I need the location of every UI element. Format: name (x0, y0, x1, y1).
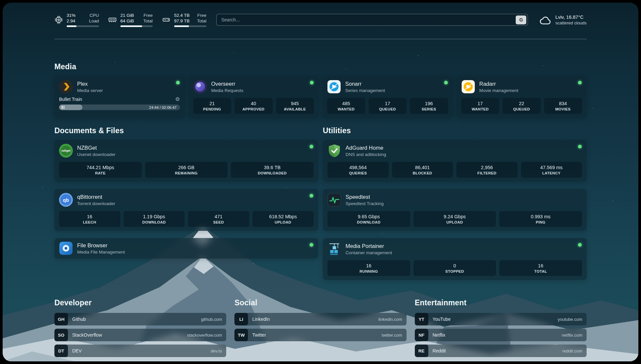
section-title-developer: Developer (54, 298, 226, 307)
service-card-plex[interactable]: Plex Media server Bullet Train ⚙ 24:44 /… (54, 76, 185, 118)
status-dot (310, 243, 313, 247)
status-dot (578, 81, 582, 84)
service-card-filebrowser[interactable]: File Browser Media File Management (54, 238, 318, 258)
service-card-adguard[interactable]: AdGuard Home DNS and adblocking 498,564Q… (323, 140, 587, 182)
bookmark-url: linkedin.com (378, 317, 402, 322)
cpu-usage-label: CPU (89, 13, 99, 18)
service-description: Torrent downloader (77, 201, 115, 206)
service-name: Media Portainer (346, 243, 392, 249)
stat-seed: 471SEED (188, 211, 249, 227)
playback-progress-bar[interactable]: 24:44 / 02:06:47 (59, 105, 180, 110)
cpu-stat-widget: 31%CPU 2.94Load (54, 13, 99, 27)
bookmark-linkedin[interactable]: LI LinkedIn linkedin.com (234, 313, 406, 325)
weather-widget: Lviv, 16.87°C scattered clouds (539, 15, 587, 25)
bookmark-dev[interactable]: DT DEV dev.to (54, 345, 226, 357)
header-divider (54, 39, 587, 39)
status-dot (578, 243, 582, 247)
service-name: File Browser (77, 242, 125, 249)
nzbget-icon: nzbget (59, 144, 73, 158)
service-card-speedtest[interactable]: Speedtest Speedtest Tracking 9.65 GbpsDO… (323, 189, 587, 231)
section-title-entertainment: Entertainment (415, 298, 587, 307)
bookmark-url: netflix.com (562, 333, 582, 338)
speedtest-icon (327, 193, 341, 207)
stat-movies: 834MOVIES (544, 98, 582, 114)
service-card-radarr[interactable]: Radarr Movie management 17WANTED 22QUEUE… (457, 76, 587, 118)
stat-approved: 40APPROVED (234, 98, 273, 114)
service-name: qBittorrent (77, 194, 115, 200)
now-playing-title: Bullet Train (59, 97, 82, 102)
stat-downloaded: 39.6 TBDOWNLOADED (231, 162, 314, 178)
stat-blocked: 86,401BLOCKED (392, 162, 453, 178)
bookmark-reddit[interactable]: RE Reddit reddit.com (415, 345, 587, 357)
cpu-load-label: Load (89, 18, 99, 24)
ram-icon (108, 15, 117, 24)
bookmark-stackoverflow[interactable]: SO StackOverflow stackoverflow.com (54, 329, 226, 341)
qbittorrent-icon: qb (59, 193, 73, 207)
adguard-shield-icon (327, 144, 341, 158)
overseerr-icon (193, 80, 207, 94)
documents-column: Documents & Files nzbget NZBGet Usenet d (54, 126, 318, 280)
stat-rate: 744.21 MbpsRATE (59, 162, 142, 178)
service-card-overseerr[interactable]: Overseerr Media Requests 21PENDING 40APP… (189, 76, 319, 118)
cpu-usage-value: 31% (67, 13, 76, 18)
bookmark-name: YouTube (433, 317, 451, 322)
service-description: Media File Management (77, 250, 125, 255)
service-name: Radarr (479, 81, 519, 87)
section-title-social: Social (234, 298, 406, 307)
bookmark-twitter[interactable]: TW Twitter twitter.com (234, 329, 406, 341)
bookmark-netflix[interactable]: NF Netflix netflix.com (415, 329, 587, 341)
bookmark-abbr: TW (234, 329, 248, 341)
bookmark-url: youtube.com (558, 317, 582, 322)
portainer-icon (327, 242, 341, 256)
utilities-column: Utilities AdGuard H (323, 126, 587, 280)
stat-upload: 618.52 MbpsUPLOAD (253, 211, 314, 227)
status-dot (310, 145, 313, 148)
disk-free-label: Free (197, 13, 206, 18)
bookmark-group-developer: Developer GH Github github.com SO StackO… (54, 298, 226, 360)
stat-total: 16TOTAL (499, 260, 582, 276)
ram-total-value: 64 GiB (120, 18, 134, 24)
bookmark-youtube[interactable]: YT YouTube youtube.com (415, 313, 587, 325)
bookmark-name: Twitter (252, 332, 266, 338)
stat-remaining: 266 GBREMAINING (145, 162, 228, 178)
service-card-portainer[interactable]: Media Portainer Container management 16R… (323, 238, 587, 280)
bookmark-name: Reddit (433, 348, 446, 353)
bookmarks-grid: Developer GH Github github.com SO StackO… (54, 298, 587, 360)
status-dot (176, 81, 180, 84)
bookmark-github[interactable]: GH Github github.com (54, 313, 226, 325)
bookmark-name: StackOverflow (72, 332, 102, 338)
stat-filtered: 2,956FILTERED (456, 162, 518, 178)
bookmark-url: dev.to (211, 349, 222, 353)
service-name: AdGuard Home (346, 145, 386, 151)
stat-wanted: 17WANTED (461, 98, 500, 114)
stat-latency: 47.569 msLATENCY (521, 162, 582, 178)
stat-upload: 9.24 GbpsUPLOAD (413, 211, 496, 227)
settings-gear-icon[interactable]: ⚙ (175, 97, 180, 102)
bookmark-abbr: LI (234, 313, 248, 325)
service-description: Container management (346, 250, 392, 255)
bookmark-url: reddit.com (562, 349, 582, 353)
stat-download: 1.19 GbpsDOWNLOAD (124, 211, 185, 227)
disk-progress-bar (174, 25, 206, 27)
svg-text:qb: qb (63, 197, 69, 203)
service-card-qbittorrent[interactable]: qb qBittorrent Torrent downloader 16LEEC… (54, 189, 318, 231)
svg-text:nzbget: nzbget (62, 149, 71, 152)
disk-total-label: Total (197, 18, 206, 24)
service-card-sonarr[interactable]: Sonarr Series management 485WANTED 17QUE… (322, 76, 453, 118)
status-dot (578, 145, 582, 148)
snow-particles (3, 3, 3, 3)
plex-icon (59, 80, 73, 94)
section-title-documents: Documents & Files (54, 126, 318, 135)
bookmark-abbr: RE (415, 345, 428, 357)
search-bar[interactable]: G (216, 14, 528, 26)
service-card-nzbget[interactable]: nzbget NZBGet Usenet downloader 744.21 M… (54, 140, 318, 182)
stat-queries: 498,564QUERIES (327, 162, 389, 178)
search-input[interactable] (218, 17, 516, 22)
bookmark-url: twitter.com (382, 333, 402, 338)
service-name: Overseerr (211, 81, 244, 87)
media-card-grid: Plex Media server Bullet Train ⚙ 24:44 /… (54, 76, 587, 118)
stat-wanted: 485WANTED (327, 98, 365, 114)
search-provider-button[interactable]: G (516, 15, 526, 24)
pause-icon[interactable] (62, 106, 64, 109)
filebrowser-icon (59, 241, 73, 255)
